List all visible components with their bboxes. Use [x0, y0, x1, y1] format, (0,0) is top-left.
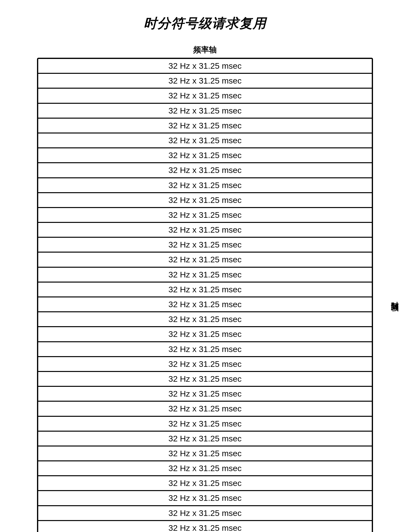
symbol-row: 32 Hz x 31.25 msec [38, 253, 372, 267]
symbol-row: 32 Hz x 31.25 msec [38, 417, 372, 432]
symbol-row: 32 Hz x 31.25 msec [38, 193, 372, 208]
symbol-row: 32 Hz x 31.25 msec [38, 506, 372, 521]
time-axis-label: 时间轴 [390, 295, 400, 298]
symbol-row: 32 Hz x 31.25 msec [38, 223, 372, 238]
symbol-row: 32 Hz x 31.25 msec [38, 283, 372, 297]
symbol-row: 32 Hz x 31.25 msec [38, 238, 372, 253]
content-row: 32 Hz x 31.25 msec32 Hz x 31.25 msec32 H… [24, 58, 386, 532]
symbol-row: 32 Hz x 31.25 msec [38, 461, 372, 476]
symbol-row: 32 Hz x 31.25 msec [38, 446, 372, 461]
symbol-row: 32 Hz x 31.25 msec [38, 357, 372, 372]
symbol-row: 32 Hz x 31.25 msec [38, 178, 372, 193]
main-title: 时分符号级请求复用 [144, 15, 266, 32]
symbol-row: 32 Hz x 31.25 msec [38, 521, 372, 532]
symbol-row: 32 Hz x 31.25 msec [38, 491, 372, 506]
symbol-row: 32 Hz x 31.25 msec [38, 104, 372, 119]
symbol-row: 32 Hz x 31.25 msec [38, 148, 372, 163]
symbol-row: 32 Hz x 31.25 msec [38, 372, 372, 387]
symbol-row: 32 Hz x 31.25 msec [38, 163, 372, 178]
symbol-row: 32 Hz x 31.25 msec [38, 476, 372, 491]
symbol-row: 32 Hz x 31.25 msec [38, 119, 372, 133]
symbol-row: 32 Hz x 31.25 msec [38, 208, 372, 223]
symbol-row: 32 Hz x 31.25 msec [38, 312, 372, 327]
symbol-row: 32 Hz x 31.25 msec [38, 327, 372, 342]
symbol-row: 32 Hz x 31.25 msec [38, 59, 372, 74]
symbol-row: 32 Hz x 31.25 msec [38, 268, 372, 283]
symbol-row: 32 Hz x 31.25 msec [38, 297, 372, 312]
symbol-row: 32 Hz x 31.25 msec [38, 133, 372, 148]
symbol-row: 32 Hz x 31.25 msec [38, 89, 372, 104]
diagram-container: 时分符号级请求复用 频率轴 32 Hz x 31.25 msec32 Hz x … [24, 15, 386, 532]
frequency-axis-label: 频率轴 [193, 45, 217, 55]
symbol-row: 32 Hz x 31.25 msec [38, 342, 372, 357]
symbol-row: 32 Hz x 31.25 msec [38, 387, 372, 402]
symbol-row: 32 Hz x 31.25 msec [38, 74, 372, 89]
symbol-row: 32 Hz x 31.25 msec [38, 402, 372, 417]
symbol-row: 32 Hz x 31.25 msec [38, 432, 372, 446]
symbol-table: 32 Hz x 31.25 msec32 Hz x 31.25 msec32 H… [37, 58, 373, 532]
